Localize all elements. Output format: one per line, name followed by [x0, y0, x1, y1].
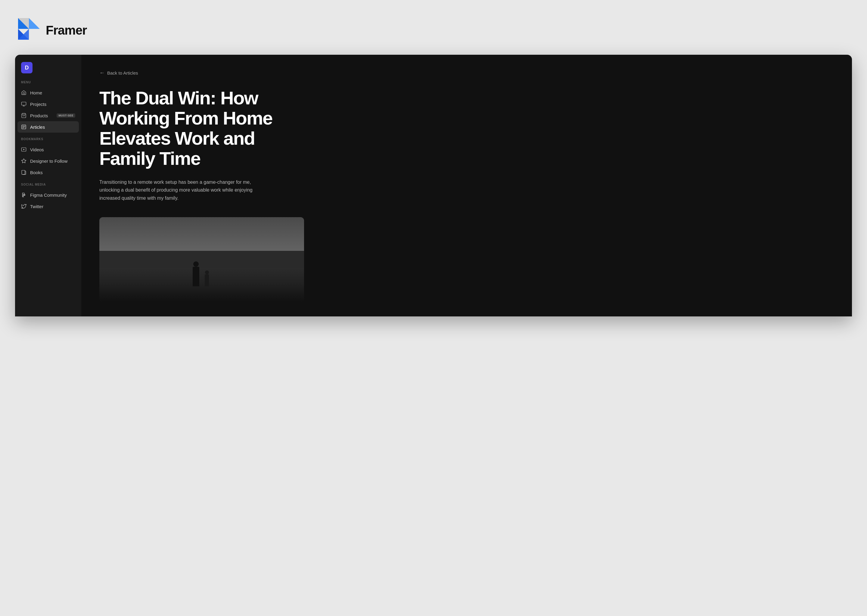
videos-icon	[21, 147, 27, 152]
sidebar-item-books[interactable]: Books	[15, 167, 81, 178]
videos-label: Videos	[30, 147, 44, 152]
back-to-articles-link[interactable]: ← Back to Articles	[99, 70, 834, 76]
article-title: The Dual Win: How Working From Home Elev…	[99, 88, 310, 169]
sidebar-item-products[interactable]: Products MUST-SEE	[15, 110, 81, 121]
main-content: ← Back to Articles The Dual Win: How Wor…	[81, 55, 852, 316]
products-icon	[21, 113, 27, 118]
social-label: SOCIAL MEDIA	[15, 183, 81, 189]
star-icon	[21, 158, 27, 163]
app-window: D MENU Home Projects	[15, 55, 852, 316]
books-label: Books	[30, 170, 43, 175]
sidebar-social-section: SOCIAL MEDIA Figma Community	[15, 183, 81, 212]
sidebar-item-home[interactable]: Home	[15, 87, 81, 98]
article-image	[99, 217, 304, 302]
products-label: Products	[30, 113, 48, 118]
svg-marker-11	[22, 159, 26, 163]
articles-label: Articles	[30, 124, 45, 130]
twitter-label: Twitter	[30, 204, 43, 209]
twitter-icon	[21, 204, 27, 209]
sidebar-menu-section: MENU Home Projects Products	[15, 81, 81, 133]
figma-icon	[21, 192, 27, 198]
svg-rect-12	[22, 170, 25, 174]
image-trees	[99, 251, 304, 268]
sidebar-item-twitter[interactable]: Twitter	[15, 201, 81, 212]
articles-icon	[21, 124, 27, 130]
books-icon	[21, 170, 27, 175]
sidebar-item-designer-to-follow[interactable]: Designer to Follow	[15, 155, 81, 167]
framer-logo: Framer	[18, 18, 87, 43]
sidebar: D MENU Home Projects	[15, 55, 81, 316]
menu-label: MENU	[15, 81, 81, 87]
svg-rect-6	[22, 102, 26, 105]
sidebar-item-videos[interactable]: Videos	[15, 144, 81, 155]
article-excerpt: Transitioning to a remote work setup has…	[99, 178, 268, 202]
designer-to-follow-label: Designer to Follow	[30, 159, 68, 163]
sidebar-logo-area: D	[15, 62, 81, 81]
framer-logo-mark	[18, 18, 40, 43]
bookmarks-label: BOOKMARKS	[15, 137, 81, 144]
projects-label: Projects	[30, 102, 46, 107]
home-label: Home	[30, 90, 42, 95]
sidebar-logo-icon: D	[21, 62, 33, 73]
projects-icon	[21, 101, 27, 107]
image-adult-body	[193, 267, 199, 286]
sidebar-item-projects[interactable]: Projects	[15, 98, 81, 110]
image-child-body	[205, 274, 209, 286]
home-icon	[21, 90, 27, 95]
image-sky	[99, 217, 304, 255]
sidebar-item-figma-community[interactable]: Figma Community	[15, 189, 81, 201]
logo-text: Framer	[46, 23, 87, 38]
svg-marker-10	[24, 149, 25, 150]
image-child-head	[205, 270, 209, 274]
figma-community-label: Figma Community	[30, 193, 67, 198]
article-image-inner	[99, 217, 304, 302]
sidebar-bookmarks-section: BOOKMARKS Videos Designer to Follow	[15, 137, 81, 178]
image-adult-head	[193, 261, 199, 267]
back-label: Back to Articles	[107, 71, 138, 75]
back-arrow-icon: ←	[99, 70, 105, 76]
sidebar-item-articles[interactable]: Articles	[17, 121, 79, 133]
must-see-badge: MUST-SEE	[57, 113, 75, 118]
header: Framer	[0, 12, 867, 55]
